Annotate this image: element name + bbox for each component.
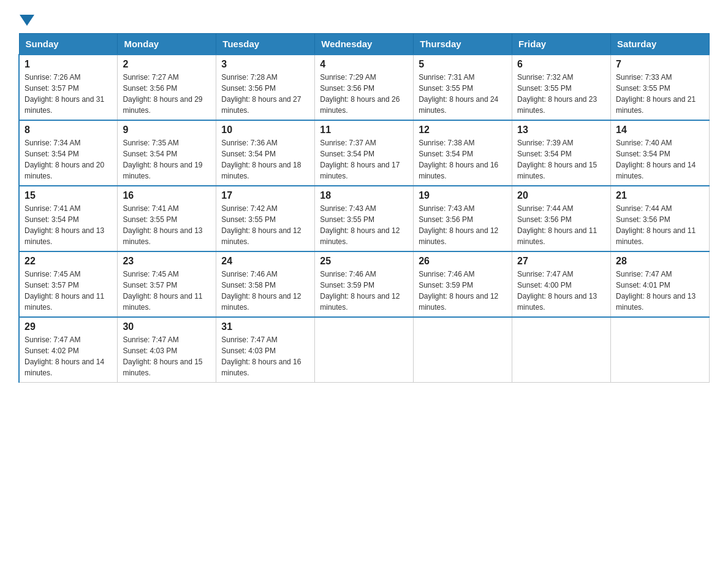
calendar-cell: 19 Sunrise: 7:43 AM Sunset: 3:56 PM Dayl… (414, 186, 512, 251)
calendar-week-1: 1 Sunrise: 7:26 AM Sunset: 3:57 PM Dayli… (19, 55, 710, 120)
calendar-cell: 21 Sunrise: 7:44 AM Sunset: 3:56 PM Dayl… (611, 186, 710, 251)
day-number: 23 (123, 256, 211, 267)
column-header-wednesday: Wednesday (315, 34, 414, 55)
calendar-cell: 8 Sunrise: 7:34 AM Sunset: 3:54 PM Dayli… (19, 120, 118, 186)
day-info: Sunrise: 7:47 AM Sunset: 4:03 PM Dayligh… (221, 334, 309, 378)
day-number: 20 (517, 190, 605, 201)
day-number: 29 (25, 321, 112, 332)
calendar-cell: 1 Sunrise: 7:26 AM Sunset: 3:57 PM Dayli… (19, 55, 118, 120)
day-info: Sunrise: 7:41 AM Sunset: 3:55 PM Dayligh… (123, 203, 211, 247)
day-number: 10 (221, 124, 309, 136)
calendar-cell: 24 Sunrise: 7:46 AM Sunset: 3:58 PM Dayl… (216, 251, 315, 317)
calendar-cell: 29 Sunrise: 7:47 AM Sunset: 4:02 PM Dayl… (19, 317, 118, 383)
day-info: Sunrise: 7:41 AM Sunset: 3:54 PM Dayligh… (25, 203, 112, 247)
calendar-cell: 10 Sunrise: 7:36 AM Sunset: 3:54 PM Dayl… (216, 120, 315, 186)
calendar-week-3: 15 Sunrise: 7:41 AM Sunset: 3:54 PM Dayl… (19, 186, 710, 251)
day-info: Sunrise: 7:28 AM Sunset: 3:56 PM Dayligh… (221, 72, 309, 116)
day-info: Sunrise: 7:47 AM Sunset: 4:00 PM Dayligh… (517, 269, 605, 313)
day-number: 9 (123, 124, 211, 136)
day-number: 27 (517, 256, 605, 267)
day-info: Sunrise: 7:40 AM Sunset: 3:54 PM Dayligh… (616, 137, 704, 182)
day-number: 14 (616, 124, 704, 136)
day-number: 22 (25, 256, 112, 267)
day-number: 7 (616, 59, 704, 70)
day-number: 5 (419, 59, 507, 70)
day-info: Sunrise: 7:46 AM Sunset: 3:59 PM Dayligh… (320, 269, 408, 313)
day-number: 3 (221, 59, 309, 70)
day-info: Sunrise: 7:43 AM Sunset: 3:56 PM Dayligh… (419, 203, 507, 247)
day-info: Sunrise: 7:46 AM Sunset: 3:59 PM Dayligh… (419, 269, 507, 313)
calendar-cell: 2 Sunrise: 7:27 AM Sunset: 3:56 PM Dayli… (118, 55, 216, 120)
calendar-cell: 28 Sunrise: 7:47 AM Sunset: 4:01 PM Dayl… (611, 251, 710, 317)
calendar-cell: 5 Sunrise: 7:31 AM Sunset: 3:55 PM Dayli… (414, 55, 512, 120)
calendar-cell (512, 317, 611, 383)
day-info: Sunrise: 7:45 AM Sunset: 3:57 PM Dayligh… (25, 269, 112, 313)
calendar-table: SundayMondayTuesdayWednesdayThursdayFrid… (18, 33, 710, 383)
calendar-week-4: 22 Sunrise: 7:45 AM Sunset: 3:57 PM Dayl… (19, 251, 710, 317)
calendar-cell: 15 Sunrise: 7:41 AM Sunset: 3:54 PM Dayl… (19, 186, 118, 251)
day-number: 17 (221, 190, 309, 201)
day-number: 6 (517, 59, 605, 70)
calendar-cell: 26 Sunrise: 7:46 AM Sunset: 3:59 PM Dayl… (414, 251, 512, 317)
calendar-cell: 7 Sunrise: 7:33 AM Sunset: 3:55 PM Dayli… (611, 55, 710, 120)
day-info: Sunrise: 7:44 AM Sunset: 3:56 PM Dayligh… (616, 203, 704, 247)
day-info: Sunrise: 7:37 AM Sunset: 3:54 PM Dayligh… (320, 137, 408, 182)
day-number: 15 (25, 190, 112, 201)
day-number: 19 (419, 190, 507, 201)
calendar-cell: 30 Sunrise: 7:47 AM Sunset: 4:03 PM Dayl… (118, 317, 216, 383)
logo-triangle-icon (20, 15, 34, 26)
calendar-cell: 9 Sunrise: 7:35 AM Sunset: 3:54 PM Dayli… (118, 120, 216, 186)
calendar-week-2: 8 Sunrise: 7:34 AM Sunset: 3:54 PM Dayli… (19, 120, 710, 186)
day-info: Sunrise: 7:33 AM Sunset: 3:55 PM Dayligh… (616, 72, 704, 116)
day-number: 13 (517, 124, 605, 136)
calendar-cell: 13 Sunrise: 7:39 AM Sunset: 3:54 PM Dayl… (512, 120, 611, 186)
calendar-cell: 3 Sunrise: 7:28 AM Sunset: 3:56 PM Dayli… (216, 55, 315, 120)
day-number: 31 (221, 321, 309, 332)
calendar-cell: 20 Sunrise: 7:44 AM Sunset: 3:56 PM Dayl… (512, 186, 611, 251)
column-header-saturday: Saturday (611, 34, 710, 55)
day-info: Sunrise: 7:31 AM Sunset: 3:55 PM Dayligh… (419, 72, 507, 116)
day-info: Sunrise: 7:35 AM Sunset: 3:54 PM Dayligh… (123, 137, 211, 182)
day-info: Sunrise: 7:29 AM Sunset: 3:56 PM Dayligh… (320, 72, 408, 116)
page-header (18, 12, 710, 23)
column-header-sunday: Sunday (19, 34, 118, 55)
day-number: 12 (419, 124, 507, 136)
day-info: Sunrise: 7:32 AM Sunset: 3:55 PM Dayligh… (517, 72, 605, 116)
day-info: Sunrise: 7:26 AM Sunset: 3:57 PM Dayligh… (25, 72, 112, 116)
column-header-monday: Monday (118, 34, 216, 55)
calendar-cell (611, 317, 710, 383)
day-info: Sunrise: 7:46 AM Sunset: 3:58 PM Dayligh… (221, 269, 309, 313)
calendar-cell: 22 Sunrise: 7:45 AM Sunset: 3:57 PM Dayl… (19, 251, 118, 317)
calendar-cell: 11 Sunrise: 7:37 AM Sunset: 3:54 PM Dayl… (315, 120, 414, 186)
day-info: Sunrise: 7:34 AM Sunset: 3:54 PM Dayligh… (25, 137, 112, 182)
calendar-header-row: SundayMondayTuesdayWednesdayThursdayFrid… (19, 34, 710, 55)
day-info: Sunrise: 7:47 AM Sunset: 4:03 PM Dayligh… (123, 334, 211, 378)
calendar-cell: 18 Sunrise: 7:43 AM Sunset: 3:55 PM Dayl… (315, 186, 414, 251)
calendar-cell (414, 317, 512, 383)
day-number: 4 (320, 59, 408, 70)
day-number: 26 (419, 256, 507, 267)
day-info: Sunrise: 7:44 AM Sunset: 3:56 PM Dayligh… (517, 203, 605, 247)
calendar-cell: 23 Sunrise: 7:45 AM Sunset: 3:57 PM Dayl… (118, 251, 216, 317)
day-info: Sunrise: 7:42 AM Sunset: 3:55 PM Dayligh… (221, 203, 309, 247)
calendar-cell: 16 Sunrise: 7:41 AM Sunset: 3:55 PM Dayl… (118, 186, 216, 251)
calendar-cell: 6 Sunrise: 7:32 AM Sunset: 3:55 PM Dayli… (512, 55, 611, 120)
day-number: 1 (25, 59, 112, 70)
day-number: 16 (123, 190, 211, 201)
day-info: Sunrise: 7:39 AM Sunset: 3:54 PM Dayligh… (517, 137, 605, 182)
day-info: Sunrise: 7:38 AM Sunset: 3:54 PM Dayligh… (419, 137, 507, 182)
column-header-friday: Friday (512, 34, 611, 55)
day-number: 25 (320, 256, 408, 267)
day-number: 8 (25, 124, 112, 136)
calendar-week-5: 29 Sunrise: 7:47 AM Sunset: 4:02 PM Dayl… (19, 317, 710, 383)
day-info: Sunrise: 7:47 AM Sunset: 4:01 PM Dayligh… (616, 269, 704, 313)
day-info: Sunrise: 7:43 AM Sunset: 3:55 PM Dayligh… (320, 203, 408, 247)
column-header-tuesday: Tuesday (216, 34, 315, 55)
day-info: Sunrise: 7:47 AM Sunset: 4:02 PM Dayligh… (25, 334, 112, 378)
day-number: 30 (123, 321, 211, 332)
logo (18, 12, 34, 23)
day-number: 24 (221, 256, 309, 267)
day-number: 11 (320, 124, 408, 136)
calendar-cell: 14 Sunrise: 7:40 AM Sunset: 3:54 PM Dayl… (611, 120, 710, 186)
day-number: 18 (320, 190, 408, 201)
